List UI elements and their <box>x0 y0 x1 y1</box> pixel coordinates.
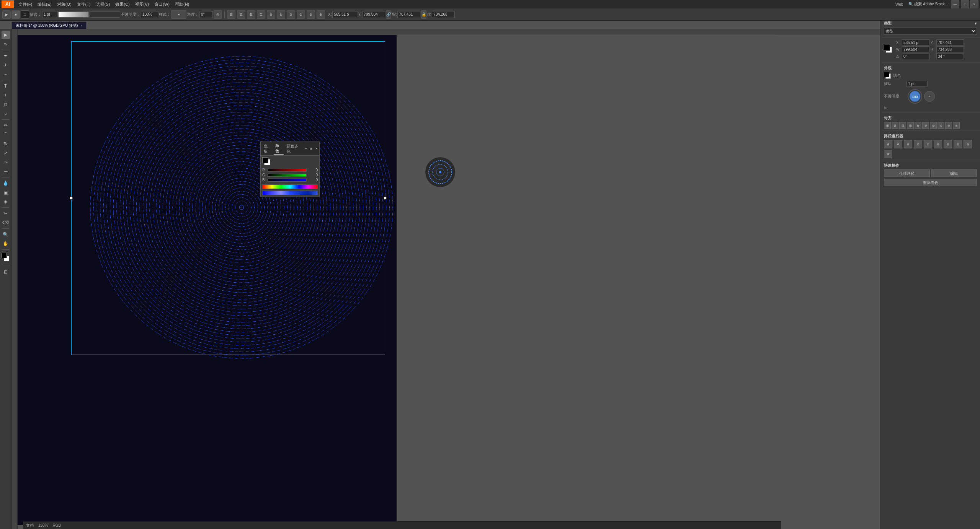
align-top[interactable]: ⊟ <box>907 122 914 129</box>
select-tool-btn[interactable]: ▶ <box>2 10 11 19</box>
tb-icon7[interactable]: ⊘ <box>287 10 295 19</box>
tool-warp[interactable]: ⤳ <box>2 158 10 166</box>
pathfinder-intersect[interactable]: ⊗ <box>904 140 912 148</box>
quick-actions-header[interactable]: 快速操作 <box>884 162 977 169</box>
style-select-btn[interactable]: ▾ <box>171 10 186 19</box>
pathfinder-crop[interactable]: ⊜ <box>954 140 962 148</box>
angle-value-input[interactable] <box>902 53 929 59</box>
tb-icon9[interactable]: ⊚ <box>307 10 315 19</box>
tool-eyedropper[interactable]: 💧 <box>2 179 10 187</box>
blue-slider-track[interactable] <box>268 179 307 182</box>
tb-icon1[interactable]: ⊞ <box>227 10 235 19</box>
link-coords-btn[interactable]: 🔗 <box>386 10 391 19</box>
menu-effect[interactable]: 效果(C) <box>113 1 132 8</box>
arrange-path-btn[interactable]: 仕移路径 <box>884 169 930 177</box>
minimize-btn[interactable]: — <box>951 0 959 8</box>
tab-close-btn[interactable]: × <box>80 24 82 28</box>
tb-icon2[interactable]: ⊟ <box>237 10 245 19</box>
handle-left[interactable] <box>70 197 73 200</box>
menu-edit[interactable]: 编辑(E) <box>35 1 54 8</box>
pathfinder-minus-back[interactable]: ⊞ <box>884 150 892 158</box>
tool-blend[interactable]: ◈ <box>2 197 10 206</box>
menu-window[interactable]: 窗口(W) <box>152 1 172 8</box>
tool-scissors[interactable]: ✂ <box>2 209 10 218</box>
tool-add-anchor[interactable]: + <box>2 61 10 69</box>
tool-rotate[interactable]: ↻ <box>2 140 10 148</box>
tb-icon10[interactable]: ⊛ <box>317 10 325 19</box>
tool-rect[interactable]: □ <box>2 100 10 109</box>
distribute-h[interactable]: ⊘ <box>930 122 937 129</box>
opacity-input[interactable] <box>141 11 158 18</box>
pathfinder-exclude[interactable]: ⊘ <box>914 140 922 148</box>
pathfinder-minus-front[interactable]: ⊖ <box>894 140 902 148</box>
tool-screen-mode[interactable]: ⊟ <box>2 268 10 276</box>
menu-view[interactable]: 视图(V) <box>133 1 152 8</box>
tb-icon8[interactable]: ⊙ <box>297 10 305 19</box>
tool-direct-select[interactable]: ↖ <box>2 40 10 48</box>
distribute-gap-h[interactable]: ⊚ <box>945 122 952 129</box>
pathfinder-outline[interactable]: ⊝ <box>964 140 972 148</box>
pathfinder-divide[interactable]: ⊙ <box>924 140 932 148</box>
color-spectrum-bar2[interactable] <box>262 190 318 195</box>
tool-pencil[interactable]: ✏ <box>2 121 10 130</box>
pathfinder-header[interactable]: 路径查找器 <box>884 132 977 140</box>
pathfinder-merge[interactable]: ⊛ <box>944 140 952 148</box>
tb-icon4[interactable]: ⊡ <box>257 10 265 19</box>
w-coord-input[interactable] <box>397 11 420 18</box>
fill-color-swatch[interactable] <box>90 11 120 18</box>
red-slider-track[interactable] <box>268 169 307 172</box>
align-center-v[interactable]: ⊕ <box>915 122 921 129</box>
tool-width[interactable]: ⊸ <box>2 167 10 176</box>
fg-color-large[interactable] <box>884 45 890 51</box>
h-value-input[interactable] <box>936 46 964 52</box>
pathfinder-unite[interactable]: ⊕ <box>884 140 892 148</box>
tool-zoom[interactable]: 🔍 <box>2 230 10 239</box>
x-value-input[interactable] <box>902 39 929 46</box>
stroke-color-btn[interactable]: □ <box>21 10 29 19</box>
menu-select[interactable]: 选择(S) <box>94 1 113 8</box>
color-panel-menu[interactable]: ≡ <box>310 146 312 151</box>
x-coord-input[interactable] <box>332 11 357 18</box>
menu-help[interactable]: 帮助(H) <box>173 1 191 8</box>
opacity-dial[interactable]: 100 <box>906 88 923 105</box>
tb-icon5[interactable]: ⊕ <box>267 10 275 19</box>
align-left[interactable]: ⊞ <box>884 122 891 129</box>
tool-eraser[interactable]: ⌫ <box>2 218 10 227</box>
menu-search[interactable]: 🔍 搜索 Adobe Stock... <box>906 1 950 8</box>
distribute-v[interactable]: ⊙ <box>938 122 944 129</box>
menu-object[interactable]: 对象(O) <box>55 1 74 8</box>
menu-text[interactable]: 文字(T) <box>75 1 93 8</box>
color-spectrum-bar[interactable] <box>262 184 318 189</box>
panel-fg-swatch[interactable] <box>262 157 268 163</box>
shear-value-input[interactable] <box>936 53 964 59</box>
tb-icon6[interactable]: ⊗ <box>277 10 285 19</box>
recolor-btn[interactable]: 重新着色 <box>884 179 977 186</box>
stroke-input-right[interactable] <box>906 81 928 87</box>
appearance-header[interactable]: 外观 <box>884 64 977 72</box>
fill-color-btn[interactable]: ■ <box>11 10 20 19</box>
tool-scale[interactable]: ⤢ <box>2 149 10 157</box>
color-panel-collapse[interactable]: − <box>305 146 307 151</box>
type-dropdown[interactable]: 类型 <box>884 27 977 35</box>
type-section-header[interactable]: 类型 ▾ <box>884 20 977 27</box>
green-slider-track[interactable] <box>268 174 307 177</box>
stroke-weight-input[interactable] <box>42 11 57 18</box>
color-panel-tab-multi[interactable]: 颜色多色 <box>285 143 302 155</box>
document-tab[interactable]: 未标题-1* @ 150% (RGB/GPU 预览) × <box>11 21 87 29</box>
angle-input[interactable] <box>199 11 213 18</box>
menu-file[interactable]: 文件(F) <box>16 1 34 8</box>
align-right[interactable]: ⊡ <box>899 122 906 129</box>
tool-text[interactable]: T <box>2 82 10 90</box>
distribute-gap-v[interactable]: ⊛ <box>953 122 960 129</box>
tool-brush[interactable]: ⌒ <box>2 130 10 139</box>
color-panel-tab-color[interactable]: 颜色 <box>274 143 284 155</box>
lock-size-btn[interactable]: 🔒 <box>421 10 426 19</box>
color-panel-tab-swatch[interactable]: 色板 <box>262 143 272 155</box>
y-value-input[interactable] <box>936 39 964 46</box>
opacity-circle[interactable]: ≡ <box>924 91 935 102</box>
tool-gradient[interactable]: ▣ <box>2 188 10 197</box>
tool-select[interactable]: ▶ <box>2 31 10 39</box>
tool-pen[interactable]: ✒ <box>2 52 10 60</box>
tool-hand[interactable]: ✋ <box>2 239 10 248</box>
close-btn[interactable]: × <box>970 0 978 8</box>
